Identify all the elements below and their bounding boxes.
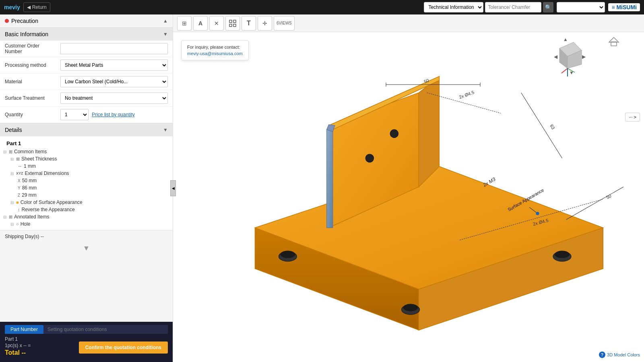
- tree-node-thickness-val: ↔ 1 mm: [3, 162, 169, 170]
- details-collapse-icon: ▼: [163, 127, 168, 133]
- bottom-panel: Part Number Part 1 1pc(s) x -- = Total -…: [0, 322, 173, 362]
- quotation-conditions-input[interactable]: [43, 325, 168, 334]
- svg-marker-42: [609, 37, 619, 42]
- tree-node-reverse-appear: ↕ Reverse the Appearance: [3, 206, 169, 213]
- quantity-row: Quantity 1 Price list by quantity: [0, 107, 173, 123]
- view-right-arrow: ▶: [582, 54, 586, 60]
- more-options-button[interactable]: ··· >: [625, 113, 640, 121]
- panel-collapse-button[interactable]: ◀: [170, 180, 176, 196]
- thickness-icon: ↔: [18, 164, 22, 169]
- model-colors-link[interactable]: ? 3D Model Colors: [599, 352, 640, 358]
- color-surface-icon: ■: [16, 200, 19, 205]
- svg-text:2x Ø4.5: 2x Ø4.5: [458, 90, 475, 100]
- search-input[interactable]: [485, 2, 541, 12]
- bottom-quantity-label: 1pc(s) x -- =: [5, 343, 31, 348]
- quantity-controls: 1 Price list by quantity: [60, 109, 135, 120]
- app-logo: meviy: [4, 4, 20, 10]
- tree-toggle-common[interactable]: ⊟: [3, 150, 8, 154]
- processing-method-select[interactable]: Sheet Metal Parts: [60, 60, 168, 71]
- right-panel: ⊞ A ✕ T ✛ 6VIEWS For inquiry, please con…: [173, 14, 644, 362]
- surface-treatment-select[interactable]: No treatment: [60, 93, 168, 104]
- svg-rect-0: [229, 20, 232, 23]
- view-home-area: [608, 36, 620, 49]
- misumi-logo: ≡ MiSUMi: [608, 3, 640, 11]
- toolbar-annotate-btn[interactable]: A: [193, 16, 208, 31]
- svg-text:50: 50: [605, 193, 612, 200]
- processing-method-label: Processing method: [5, 62, 57, 68]
- hole-label: Hole: [21, 221, 31, 227]
- settings-grid-icon: [229, 19, 237, 27]
- dim-y-icon: Y: [18, 186, 21, 190]
- surface-treatment-label: Surface Treatment: [5, 95, 57, 101]
- precaution-dot: [5, 19, 9, 23]
- model-colors-label: 3D Model Colors: [607, 352, 640, 357]
- price-list-link[interactable]: Price list by quantity: [92, 112, 135, 117]
- details-header[interactable]: Details ▼: [0, 123, 173, 136]
- precaution-title: Precaution: [11, 18, 38, 24]
- material-label: Material: [5, 79, 57, 84]
- quantity-select[interactable]: 1: [60, 109, 89, 120]
- view-cube-svg: ▲ ◀ ▶ ▼: [551, 36, 588, 76]
- language-select[interactable]: [557, 2, 605, 12]
- svg-point-35: [536, 212, 539, 215]
- tree-node-common-items: ⊟ ⊞ Common Items: [3, 148, 169, 155]
- part-number-tab[interactable]: Part Number: [5, 325, 43, 334]
- tree-node-sheet-thickness: ⊟ ⊞ Sheet Thickness: [3, 155, 169, 162]
- svg-rect-2: [229, 24, 232, 27]
- annotated-items-icon: ⊞: [9, 214, 12, 220]
- toolbar-crosshair-btn[interactable]: ✛: [258, 16, 272, 31]
- reverse-appear-icon: ↕: [18, 207, 20, 212]
- thickness-val-label: 1 mm: [24, 163, 36, 169]
- precaution-section: Precaution ▲: [0, 14, 173, 28]
- search-button[interactable]: 🔍: [543, 2, 553, 12]
- toolbar-select-btn[interactable]: ⊞: [177, 16, 192, 31]
- help-icon: ?: [599, 352, 605, 358]
- material-select[interactable]: Low Carbon Steel (Cold/Ho...: [60, 76, 168, 87]
- tree-toggle-hole[interactable]: ⊟: [10, 222, 15, 226]
- tree-node-dim-z: Z 29 mm: [3, 191, 169, 199]
- toolbar-6views-btn[interactable]: 6VIEWS: [274, 16, 295, 31]
- bottom-part-label: Part 1: [5, 336, 31, 342]
- svg-rect-3: [233, 24, 236, 27]
- precaution-header[interactable]: Precaution ▲: [0, 14, 173, 27]
- hole-icon: ○: [16, 222, 19, 226]
- reverse-appear-label: Reverse the Appearance: [22, 207, 75, 212]
- dim-x-val: 50 mm: [22, 178, 37, 183]
- svg-point-19: [390, 130, 398, 138]
- tree-toggle-dims[interactable]: ⊟: [10, 171, 15, 176]
- return-button[interactable]: ◀ Return: [23, 2, 50, 12]
- svg-marker-10: [327, 130, 333, 228]
- shipping-row: Shipping Day(s) --: [0, 230, 173, 243]
- tree-node-dim-y: Y 86 mm: [3, 184, 169, 191]
- bottom-info-row: Part 1 1pc(s) x -- = Total -- Confirm th…: [5, 336, 168, 359]
- main-content: Precaution ▲ Basic Information ▼ Custome…: [0, 14, 644, 362]
- svg-rect-1: [233, 20, 236, 23]
- view-up-arrow: ▲: [563, 37, 568, 42]
- search-category-select[interactable]: Technical Information: [424, 2, 483, 12]
- top-navigation: meviy ◀ Return Technical Information 🔍 ≡…: [0, 0, 644, 14]
- tree-node-hole: ⊟ ○ Hole: [3, 220, 169, 228]
- svg-line-26: [521, 93, 562, 158]
- left-panel: Precaution ▲ Basic Information ▼ Custome…: [0, 14, 173, 362]
- toolbar-view-settings-btn[interactable]: [225, 16, 240, 31]
- basic-info-header[interactable]: Basic Information ▼: [0, 28, 173, 41]
- svg-point-15: [403, 304, 418, 311]
- chevron-left-icon: ◀: [27, 4, 31, 10]
- tree-toggle-color[interactable]: ⊟: [10, 200, 15, 205]
- svg-point-17: [555, 251, 570, 258]
- external-dims-icon: XYZ: [16, 171, 23, 175]
- tree-toggle-annotated[interactable]: ⊟: [3, 215, 8, 219]
- svg-line-28: [566, 187, 623, 220]
- view-home-svg: [608, 36, 620, 48]
- basic-info-collapse-icon: ▼: [163, 31, 168, 37]
- customer-order-input[interactable]: [60, 43, 168, 54]
- toolbar-text-btn[interactable]: T: [242, 16, 256, 31]
- external-dims-label: External Dimensions: [25, 171, 69, 176]
- confirm-quotation-button[interactable]: Confirm the quotation conditions: [79, 341, 168, 354]
- tree-toggle-sheet[interactable]: ⊟: [10, 157, 15, 161]
- toolbar-clear-btn[interactable]: ✕: [209, 16, 224, 31]
- shipping-label: Shipping Day(s) --: [5, 234, 44, 239]
- svg-line-39: [561, 68, 568, 73]
- 3d-model-svg: 50 2x Ø4.5 63 50 2x Ø4.5 2x M3 Surface A…: [173, 32, 644, 362]
- svg-point-13: [281, 251, 295, 258]
